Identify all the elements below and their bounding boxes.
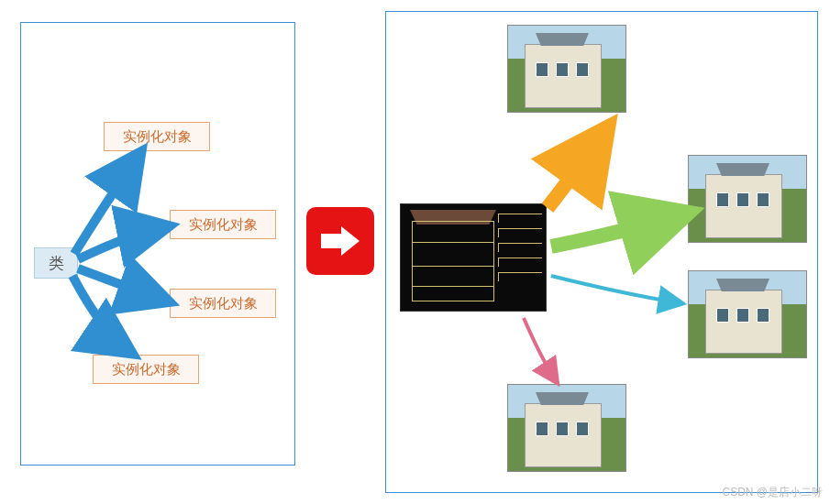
- instance-box-2: 实例化对象: [170, 210, 276, 239]
- blueprint-image: [400, 203, 547, 312]
- left-panel: 类 实例化对象 实例化对象 实例化对象 实例化对象: [20, 22, 295, 466]
- watermark-text: CSDN @是店小二呀: [722, 485, 823, 500]
- instance-box-1: 实例化对象: [104, 122, 210, 151]
- house-render-right-1: [688, 155, 807, 243]
- cyan-arrow: [551, 276, 681, 303]
- class-label: 类: [49, 253, 64, 274]
- left-arrows: [21, 23, 296, 466]
- center-arrow-block: [306, 207, 374, 275]
- house-render-bottom: [507, 384, 626, 472]
- pink-arrow: [524, 318, 557, 382]
- right-panel: [385, 11, 818, 493]
- green-arrow: [551, 215, 680, 247]
- blue-arrow-4: [72, 276, 131, 353]
- instance-box-3: 实例化对象: [170, 289, 276, 318]
- instance-label: 实例化对象: [189, 295, 258, 312]
- instance-label: 实例化对象: [123, 128, 192, 146]
- blue-arrow-2: [78, 226, 168, 259]
- house-render-top: [507, 25, 626, 113]
- class-box: 类: [34, 247, 78, 279]
- right-arrow-icon: [317, 223, 363, 259]
- blue-arrow-3: [78, 268, 168, 301]
- blue-arrow-1: [74, 153, 140, 254]
- instance-box-4: 实例化对象: [93, 355, 199, 384]
- house-render-right-2: [688, 270, 807, 358]
- instance-label: 实例化对象: [112, 361, 181, 378]
- instance-label: 实例化对象: [189, 216, 258, 234]
- orange-arrow: [548, 135, 603, 208]
